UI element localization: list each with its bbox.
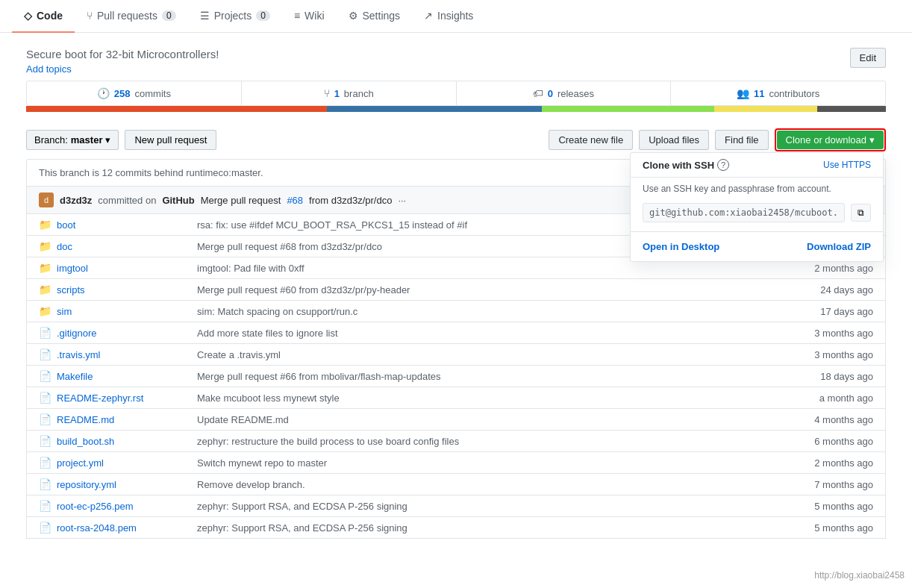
file-icon: 📄 xyxy=(39,348,51,360)
file-name[interactable]: build_boot.sh xyxy=(57,436,191,447)
file-time: 3 months ago xyxy=(791,328,873,339)
branch-selector[interactable]: Branch: master ▾ xyxy=(26,130,119,150)
nav-wiki[interactable]: ≡ Wiki xyxy=(282,0,337,33)
file-name[interactable]: Makefile xyxy=(57,371,191,382)
file-time: 4 months ago xyxy=(791,414,873,425)
file-time: 5 months ago xyxy=(791,522,873,534)
file-name[interactable]: .gitignore xyxy=(57,328,191,339)
file-list: 📁bootrsa: fix: use #ifdef MCU_BOOT_RSA_P… xyxy=(26,213,886,539)
branch-stat[interactable]: ⑂ 1 branch xyxy=(242,81,457,105)
file-name[interactable]: doc xyxy=(57,241,191,252)
lang-shell xyxy=(542,106,713,112)
folder-icon: 📁 xyxy=(39,240,51,252)
file-name[interactable]: root-rsa-2048.pem xyxy=(57,522,191,534)
chevron-down-icon: ▾ xyxy=(105,134,110,146)
clipboard-icon: ⧉ xyxy=(858,207,864,218)
use-https-link[interactable]: Use HTTPS xyxy=(823,160,871,170)
clone-description: Use an SSH key and passphrase from accou… xyxy=(631,178,883,200)
releases-count[interactable]: 0 xyxy=(548,88,553,99)
nav-projects[interactable]: ☰ Projects 0 xyxy=(188,0,282,33)
create-new-file-button[interactable]: Create new file xyxy=(549,130,633,150)
file-time: 3 months ago xyxy=(791,349,873,360)
file-icon: 📄 xyxy=(39,327,51,339)
branch-count[interactable]: 1 xyxy=(334,88,340,99)
contributors-count[interactable]: 11 xyxy=(754,88,764,99)
file-commit-msg: Update README.md xyxy=(197,414,785,425)
pr-badge: 0 xyxy=(162,10,176,21)
file-commit-msg: zephyr: restructure the build process to… xyxy=(197,436,785,447)
commits-label: commits xyxy=(135,88,171,99)
clone-url-row: ⧉ xyxy=(631,200,883,231)
commit-dots: ··· xyxy=(398,195,406,206)
file-commit-msg: imgtool: Pad file with 0xff xyxy=(197,263,785,274)
commits-count[interactable]: 258 xyxy=(114,88,131,99)
lang-cmake xyxy=(714,106,817,112)
clone-help-icon[interactable]: ? xyxy=(717,159,729,171)
file-row: 📄.travis.ymlCreate a .travis.yml3 months… xyxy=(26,343,886,365)
clone-dropdown-wrapper: Clone or download ▾ Clone with SSH ? Use… xyxy=(777,131,884,149)
folder-icon: 📁 xyxy=(39,305,51,317)
nav-settings[interactable]: ⚙ Settings xyxy=(337,0,413,33)
projects-badge: 0 xyxy=(256,10,270,21)
folder-icon: 📁 xyxy=(39,284,51,295)
file-icon: 📄 xyxy=(39,522,51,534)
file-row: 📄.gitignoreAdd more state files to ignor… xyxy=(26,322,886,343)
file-row: 📁simsim: Match spacing on csupport/run.c… xyxy=(26,300,886,322)
file-name[interactable]: README-zephyr.rst xyxy=(57,392,191,404)
nav-insights[interactable]: ↗ Insights xyxy=(412,0,485,33)
add-topics-link[interactable]: Add topics xyxy=(26,63,72,75)
file-row: 📁scriptsMerge pull request #60 from d3zd… xyxy=(26,278,886,300)
clone-or-download-button[interactable]: Clone or download ▾ xyxy=(777,131,884,149)
file-commit-msg: Merge pull request #66 from mbolivar/fla… xyxy=(197,371,785,382)
file-commit-msg: zephyr: Support RSA, and ECDSA P-256 sig… xyxy=(197,501,785,512)
commit-pr-link[interactable]: #68 xyxy=(287,195,303,206)
file-icon: 📄 xyxy=(39,370,51,382)
nav-code[interactable]: ◇ Code xyxy=(12,0,75,33)
open-in-desktop-link[interactable]: Open in Desktop xyxy=(643,241,719,252)
folder-icon: 📁 xyxy=(39,219,51,231)
clone-url-input[interactable] xyxy=(643,203,845,222)
commit-author[interactable]: d3zd3z xyxy=(60,195,92,206)
file-name[interactable]: boot xyxy=(57,219,191,231)
nav-pull-requests[interactable]: ⑂ Pull requests 0 xyxy=(75,0,188,33)
file-name[interactable]: repository.yml xyxy=(57,479,191,490)
download-zip-link[interactable]: Download ZIP xyxy=(807,241,871,252)
upload-files-button[interactable]: Upload files xyxy=(639,130,709,150)
clone-dropdown: Clone with SSH ? Use HTTPS Use an SSH ke… xyxy=(630,152,884,262)
file-name[interactable]: project.yml xyxy=(57,457,191,469)
new-pull-request-button[interactable]: New pull request xyxy=(125,130,216,150)
clone-highlight-box: Clone or download ▾ Clone with SSH ? Use… xyxy=(775,128,886,151)
file-name[interactable]: imgtool xyxy=(57,263,191,274)
file-row: 📄root-ec-p256.pemzephyr: Support RSA, an… xyxy=(26,495,886,516)
file-time: 2 months ago xyxy=(791,457,873,469)
commit-from: from d3zd3z/pr/dco xyxy=(309,195,392,206)
pr-icon: ⑂ xyxy=(87,10,93,22)
file-row: 📄README.mdUpdate README.md4 months ago xyxy=(26,408,886,430)
commits-stat[interactable]: 🕐 258 commits xyxy=(27,81,242,105)
stats-bar: 🕐 258 commits ⑂ 1 branch 🏷 0 releases 👥 … xyxy=(26,81,886,106)
file-name[interactable]: root-ec-p256.pem xyxy=(57,501,191,512)
file-name[interactable]: README.md xyxy=(57,414,191,425)
file-icon: 📄 xyxy=(39,413,51,425)
toolbar-right: Create new file Upload files Find file C… xyxy=(549,128,886,151)
releases-stat[interactable]: 🏷 0 releases xyxy=(457,81,672,105)
edit-button[interactable]: Edit xyxy=(850,48,886,68)
dropdown-actions: Open in Desktop Download ZIP xyxy=(631,231,883,261)
find-file-button[interactable]: Find file xyxy=(715,130,769,150)
avatar: d xyxy=(39,193,54,207)
releases-icon: 🏷 xyxy=(533,87,543,99)
file-row: 📄root-rsa-2048.pemzephyr: Support RSA, a… xyxy=(26,516,886,539)
file-name[interactable]: .travis.yml xyxy=(57,349,191,360)
contributors-stat[interactable]: 👥 11 contributors xyxy=(671,81,885,105)
file-row: 📄MakefileMerge pull request #66 from mbo… xyxy=(26,365,886,387)
copy-url-button[interactable]: ⧉ xyxy=(851,204,871,222)
file-commit-msg: sim: Match spacing on csupport/run.c xyxy=(197,306,785,317)
file-name[interactable]: scripts xyxy=(57,284,191,295)
branch-name: master xyxy=(71,134,103,146)
file-commit-msg: Merge pull request #60 from d3zd3z/pr/py… xyxy=(197,284,785,295)
code-icon: ◇ xyxy=(24,10,32,22)
file-name[interactable]: sim xyxy=(57,306,191,317)
file-icon: 📄 xyxy=(39,392,51,404)
main-content: Secure boot for 32-bit Microcontrollers!… xyxy=(8,33,904,554)
file-row: 📄README-zephyr.rstMake mcuboot less myne… xyxy=(26,387,886,408)
